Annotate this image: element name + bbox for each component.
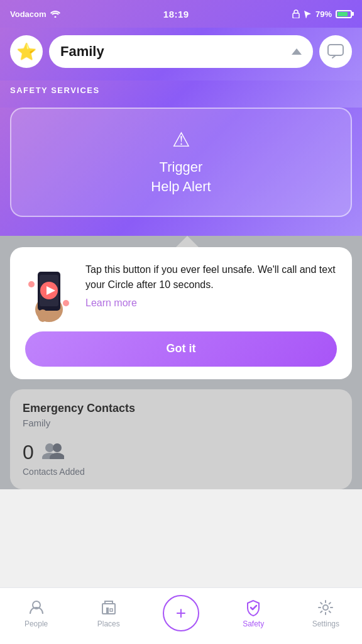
svg-point-10: [38, 309, 48, 322]
phone-illustration: [25, 262, 75, 319]
svg-point-0: [54, 16, 56, 18]
status-time: 18:19: [163, 9, 189, 19]
svg-point-11: [45, 443, 54, 452]
learn-more-link[interactable]: Learn more: [85, 297, 137, 308]
svg-point-4: [63, 300, 69, 306]
warning-icon: ⚠: [172, 128, 190, 152]
settings-nav-icon: [316, 598, 335, 617]
top-section: ⭐ Family SAFETY SERVICES ⚠ TriggerHelp A…: [0, 28, 362, 236]
add-button[interactable]: +: [163, 595, 199, 631]
settings-icon: [317, 599, 334, 616]
star-icon: ⭐: [16, 42, 36, 62]
popup-content: Tap this button if you ever feel unsafe.…: [25, 262, 337, 319]
battery-fill: [337, 12, 348, 16]
chat-button[interactable]: [319, 35, 352, 68]
nav-item-places[interactable]: Places: [84, 598, 134, 628]
status-right: 79%: [292, 9, 352, 19]
safety-services-label: SAFETY SERVICES: [0, 80, 362, 108]
nav-item-settings[interactable]: Settings: [300, 598, 351, 628]
places-icon: [100, 599, 118, 616]
battery-icon: [336, 10, 352, 18]
svg-rect-17: [105, 601, 112, 604]
family-label: Family: [60, 43, 104, 60]
phone-svg: [25, 262, 75, 325]
contacts-group-icon: [41, 441, 64, 459]
nav-item-safety[interactable]: Safety: [228, 598, 278, 628]
tooltip-area: [10, 236, 352, 247]
svg-point-20: [323, 605, 328, 610]
safety-icon: [244, 599, 262, 616]
popup-description: Tap this button if you ever feel unsafe.…: [85, 262, 337, 292]
svg-rect-2: [328, 45, 343, 55]
family-dropdown[interactable]: Family: [49, 35, 313, 68]
nav-item-people[interactable]: People: [11, 598, 62, 628]
emergency-contacts-subtitle: Family: [23, 418, 339, 428]
people-icon: [28, 599, 45, 616]
nav-item-add[interactable]: +: [156, 595, 206, 631]
chat-icon: [327, 44, 344, 59]
places-nav-icon: [99, 598, 118, 617]
safety-nav-icon: [244, 598, 263, 617]
svg-point-12: [53, 443, 62, 452]
plus-icon: +: [176, 603, 186, 623]
bottom-nav: People Places +: [0, 587, 362, 644]
settings-nav-label: Settings: [312, 619, 339, 628]
carrier-text: Vodacom: [10, 9, 47, 19]
battery-percent: 79%: [315, 9, 332, 19]
svg-rect-19: [110, 609, 112, 611]
chevron-up-icon: [292, 48, 302, 55]
trigger-title: TriggerHelp Alert: [151, 158, 211, 197]
contacts-count-row: 0: [23, 441, 339, 464]
tooltip-pointer: [176, 236, 199, 247]
trigger-section: ⚠ TriggerHelp Alert: [0, 108, 362, 236]
star-button[interactable]: ⭐: [10, 35, 43, 68]
lock-icon: [292, 9, 300, 18]
svg-rect-1: [293, 13, 299, 18]
svg-point-3: [28, 281, 35, 287]
people-nav-label: People: [25, 619, 48, 628]
page-wrapper: Vodacom 18:19 79%: [0, 0, 362, 644]
location-icon: [304, 10, 312, 18]
contacts-count: 0: [23, 441, 34, 464]
emergency-contacts-title: Emergency Contacts: [23, 402, 339, 415]
status-bar: Vodacom 18:19 79%: [0, 0, 362, 28]
trigger-help-alert-card[interactable]: ⚠ TriggerHelp Alert: [10, 108, 352, 217]
got-it-button[interactable]: Got it: [25, 331, 337, 367]
header-area: ⭐ Family: [0, 28, 362, 80]
people-nav-icon: [27, 598, 46, 617]
wifi-icon: [50, 10, 60, 18]
places-nav-label: Places: [97, 619, 120, 628]
popup-text-area: Tap this button if you ever feel unsafe.…: [85, 262, 337, 309]
popup-card: Tap this button if you ever feel unsafe.…: [10, 247, 352, 379]
contacts-added-label: Contacts Added: [23, 467, 339, 477]
status-left: Vodacom: [10, 9, 60, 19]
contacts-icon: [41, 441, 64, 464]
emergency-contacts-card: Emergency Contacts Family 0 Contacts Add…: [10, 389, 352, 489]
svg-rect-18: [106, 608, 109, 614]
safety-nav-label: Safety: [243, 619, 264, 628]
